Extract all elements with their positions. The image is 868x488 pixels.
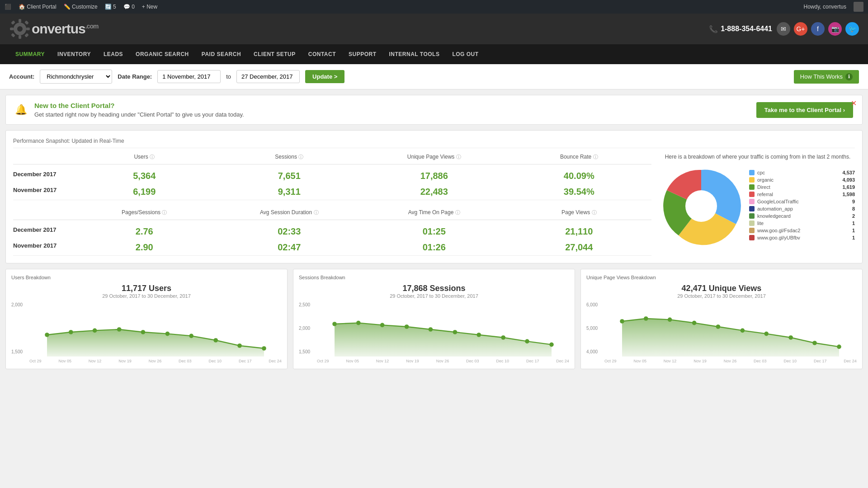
account-select[interactable]: Richmondchrysler: [40, 70, 112, 84]
account-label: Account:: [9, 73, 34, 80]
nov-users: 6,199: [72, 187, 217, 197]
howdy-text: Howdy, convertus: [804, 4, 846, 10]
svg-point-39: [741, 328, 745, 333]
asd-info-icon[interactable]: ⓘ: [314, 210, 319, 215]
svg-point-43: [837, 345, 841, 349]
date-from-input[interactable]: [157, 70, 221, 83]
nav-support[interactable]: SUPPORT: [342, 44, 383, 64]
nov-asd: 02:47: [217, 242, 362, 253]
instagram-icon[interactable]: 📷: [828, 22, 842, 36]
stats-header-row2: Pages/Sessions ⓘ Avg Session Duration ⓘ …: [13, 209, 651, 220]
nav-contact[interactable]: CONTACT: [302, 44, 342, 64]
svg-point-21: [262, 346, 266, 351]
upv-chart-main-title: 42,471 Unique Views: [586, 284, 857, 293]
legend-referral: referral 1,598: [749, 192, 855, 197]
date-to-separator: to: [226, 73, 231, 80]
upv-x-axis: Oct 29 Nov 05 Nov 12 Nov 19 Nov 26 Dec 0…: [604, 359, 857, 363]
take-me-to-portal-button[interactable]: Take me to the Client Portal ›: [756, 102, 853, 118]
col-atop: Avg Time On Page ⓘ: [362, 209, 507, 216]
new-link[interactable]: + New: [142, 4, 157, 10]
client-portal-link[interactable]: 🏠 Client Portal: [19, 4, 57, 10]
svg-point-32: [549, 343, 554, 347]
users-chart-title: Users Breakdown: [11, 275, 282, 280]
phone-number: 📞 1-888-354-6441: [709, 25, 772, 33]
sessions-chart-title: Sessions Breakdown: [299, 275, 569, 280]
nav-log-out[interactable]: LOG OUT: [446, 44, 485, 64]
organic-color: [749, 177, 755, 183]
svg-point-14: [93, 328, 97, 333]
direct-color: [749, 184, 755, 190]
how-this-works-button[interactable]: How This Works ℹ: [794, 70, 859, 84]
nav-inventory[interactable]: INVENTORY: [51, 44, 97, 64]
upv-chart-title: Unique Page Views Breakdown: [586, 275, 857, 280]
comments-link[interactable]: 💬 0: [123, 4, 135, 10]
sessions-chart-svg: [317, 302, 569, 357]
svg-point-12: [45, 333, 49, 337]
svg-point-31: [525, 339, 529, 344]
nav-summary[interactable]: SUMMARY: [9, 44, 51, 64]
charts-row: Users Breakdown 11,717 Users 29 October,…: [5, 269, 863, 369]
svg-rect-9: [24, 33, 29, 38]
svg-point-19: [213, 338, 218, 343]
updates-link[interactable]: 🔄 5: [105, 4, 116, 10]
yubfbv-color: [749, 235, 755, 240]
br-info-icon[interactable]: ⓘ: [593, 154, 598, 160]
atop-info-icon[interactable]: ⓘ: [455, 210, 460, 215]
legend-goo-fsdac2: www.goo.gl/Fsdac2 1: [749, 228, 855, 233]
stats-row-dec1: December 2017 5,364 7,651 17,886 40.09%: [13, 168, 651, 184]
nav-client-setup[interactable]: CLIENT SETUP: [247, 44, 302, 64]
sessions-chart-main-title: 17,868 Sessions: [299, 284, 569, 293]
nav-paid-search[interactable]: PAID SEARCH: [195, 44, 247, 64]
col-users: Users ⓘ: [72, 154, 217, 160]
svg-marker-33: [622, 319, 839, 357]
users-chart-sub: 29 October, 2017 to 30 December, 2017: [11, 293, 282, 299]
sessions-chart-sub: 29 October, 2017 to 30 December, 2017: [299, 293, 569, 299]
upv-info-icon[interactable]: ⓘ: [456, 154, 461, 160]
upv-chart-svg: [604, 302, 857, 357]
svg-rect-4: [10, 28, 14, 30]
kc-color: [749, 213, 755, 219]
nav-organic-search[interactable]: ORGANIC SEARCH: [129, 44, 195, 64]
sessions-info-icon[interactable]: ⓘ: [298, 154, 303, 160]
nav-internal-tools[interactable]: INTERNAL TOOLS: [383, 44, 446, 64]
svg-point-20: [237, 343, 242, 348]
nov-pv: 27,044: [507, 242, 652, 253]
nov-sessions: 9,311: [217, 187, 362, 197]
google-plus-icon[interactable]: G+: [794, 22, 807, 36]
performance-section: Performance Snapshot: Updated in Real-Ti…: [5, 130, 863, 263]
logo: onvertus.com: [9, 18, 98, 40]
pie-chart-svg: [660, 165, 742, 247]
col-pv: Page Views ⓘ: [507, 209, 652, 216]
cpc-color: [749, 170, 755, 175]
lite-color: [749, 221, 755, 226]
pie-chart: [660, 165, 742, 247]
nav-leads[interactable]: LEADS: [97, 44, 129, 64]
users-info-icon[interactable]: ⓘ: [150, 154, 155, 160]
dec-label-2: December 2017: [13, 226, 72, 237]
wp-logo-icon: ⬛: [5, 4, 11, 10]
legend-goo-yubfbv: www.goo.gl/yUBfbv 1: [749, 235, 855, 240]
svg-point-25: [380, 323, 385, 328]
customize-link[interactable]: ✏️ Customize: [64, 4, 98, 10]
twitter-icon[interactable]: 🐦: [845, 22, 859, 36]
facebook-icon[interactable]: f: [811, 22, 825, 36]
col-sessions: Sessions ⓘ: [217, 154, 362, 160]
date-to-input[interactable]: [236, 70, 300, 83]
email-icon[interactable]: ✉: [777, 22, 790, 36]
update-button[interactable]: Update >: [305, 70, 344, 83]
aa-color: [749, 206, 755, 211]
sessions-y-axis: 2,500 2,000 1,500: [299, 302, 310, 354]
dec-sessions: 7,651: [217, 171, 362, 181]
glt-color: [749, 199, 755, 204]
pie-legend: cpc 4,537 organic 4,093 Direct 1,619: [749, 170, 855, 242]
pv-info-icon[interactable]: ⓘ: [592, 210, 597, 215]
dec-atop: 01:25: [362, 226, 507, 237]
main-nav: SUMMARY INVENTORY LEADS ORGANIC SEARCH P…: [0, 44, 868, 64]
svg-point-16: [141, 330, 146, 334]
pps-info-icon[interactable]: ⓘ: [162, 210, 167, 215]
legend-automation-app: automation_app 8: [749, 206, 855, 211]
svg-point-10: [685, 190, 717, 222]
col-bounce-rate: Bounce Rate ⓘ: [507, 154, 652, 160]
dec-br: 40.09%: [507, 171, 652, 181]
close-notification-button[interactable]: ✕: [851, 99, 857, 108]
